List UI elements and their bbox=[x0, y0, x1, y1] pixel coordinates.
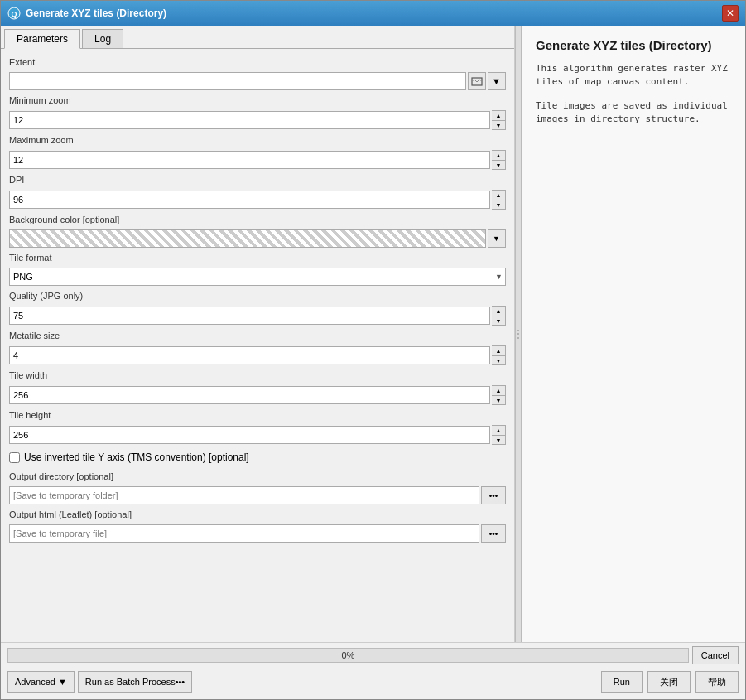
advanced-label: Advanced bbox=[15, 677, 55, 687]
bg-color-dropdown-button[interactable]: ▼ bbox=[488, 229, 506, 248]
tab-parameters[interactable]: Parameters bbox=[4, 29, 80, 49]
map-icon bbox=[471, 75, 483, 87]
right-panel: Generate XYZ tiles (Directory) This algo… bbox=[522, 26, 745, 642]
quality-input[interactable] bbox=[9, 307, 490, 325]
metatile-spinner: ▲ ▼ bbox=[492, 345, 506, 365]
metatile-row: ▲ ▼ bbox=[9, 345, 506, 365]
metatile-down-button[interactable]: ▼ bbox=[492, 355, 505, 364]
tile-width-label: Tile width bbox=[9, 370, 506, 380]
tile-width-down-button[interactable]: ▼ bbox=[492, 395, 505, 404]
bottom-area: 0% Cancel Advanced ▼ Run as Batch Proces… bbox=[1, 642, 745, 699]
tile-height-up-button[interactable]: ▲ bbox=[492, 426, 505, 435]
extent-row: ▼ bbox=[9, 72, 506, 90]
min-zoom-spinner: ▲ ▼ bbox=[492, 110, 506, 130]
tms-checkbox[interactable] bbox=[9, 452, 20, 463]
progress-bar: 0% bbox=[7, 648, 689, 663]
output-dir-browse-button[interactable]: ••• bbox=[481, 486, 506, 504]
tile-height-label: Tile height bbox=[9, 410, 506, 420]
quality-label: Quality (JPG only) bbox=[9, 291, 506, 301]
output-html-label: Output html (Leaflet) [optional] bbox=[9, 509, 506, 519]
output-html-input[interactable] bbox=[9, 524, 479, 543]
tms-label: Use inverted tile Y axis (TMS convention… bbox=[24, 451, 249, 463]
close-window-button[interactable]: ✕ bbox=[722, 5, 739, 22]
tab-log[interactable]: Log bbox=[82, 29, 123, 48]
dpi-spinner: ▲ ▼ bbox=[492, 190, 506, 210]
extent-label: Extent bbox=[9, 57, 506, 67]
panel-divider[interactable] bbox=[515, 26, 522, 642]
tile-width-spinner: ▲ ▼ bbox=[492, 385, 506, 405]
extent-dropdown-button[interactable]: ▼ bbox=[488, 72, 506, 90]
help-button[interactable]: 帮助 bbox=[695, 671, 739, 693]
quality-up-button[interactable]: ▲ bbox=[492, 307, 505, 316]
button-row: Advanced ▼ Run as Batch Process••• Run 关… bbox=[1, 668, 745, 699]
metatile-input[interactable] bbox=[9, 346, 490, 364]
max-zoom-row: ▲ ▼ bbox=[9, 150, 506, 170]
titlebar: Q Generate XYZ tiles (Directory) ✕ bbox=[1, 1, 745, 26]
max-zoom-label: Maximum zoom bbox=[9, 135, 506, 145]
bg-color-swatch[interactable] bbox=[9, 229, 486, 248]
min-zoom-label: Minimum zoom bbox=[9, 95, 506, 105]
quality-row: ▲ ▼ bbox=[9, 306, 506, 326]
max-zoom-up-button[interactable]: ▲ bbox=[492, 151, 505, 160]
chevron-down-icon: ▼ bbox=[492, 76, 501, 86]
max-zoom-down-button[interactable]: ▼ bbox=[492, 160, 505, 169]
dpi-down-button[interactable]: ▼ bbox=[492, 200, 505, 209]
tile-width-up-button[interactable]: ▲ bbox=[492, 386, 505, 395]
close-button[interactable]: 关闭 bbox=[647, 671, 691, 693]
extent-map-button[interactable] bbox=[468, 72, 486, 90]
min-zoom-down-button[interactable]: ▼ bbox=[492, 120, 505, 129]
metatile-label: Metatile size bbox=[9, 331, 506, 340]
tile-width-input[interactable] bbox=[9, 386, 490, 404]
advanced-button[interactable]: Advanced ▼ bbox=[7, 671, 75, 693]
progress-label: 0% bbox=[8, 650, 688, 660]
tile-width-row: ▲ ▼ bbox=[9, 385, 506, 405]
max-zoom-spinner: ▲ ▼ bbox=[492, 150, 506, 170]
batch-process-button[interactable]: Run as Batch Process••• bbox=[78, 671, 192, 693]
metatile-up-button[interactable]: ▲ bbox=[492, 346, 505, 355]
bg-color-label: Background color [optional] bbox=[9, 215, 506, 224]
main-content: Parameters Log Extent ▼ bbox=[1, 26, 745, 642]
help-para2: Tile images are saved as individual imag… bbox=[536, 99, 732, 127]
dpi-label: DPI bbox=[9, 175, 506, 185]
left-buttons: Advanced ▼ Run as Batch Process••• bbox=[7, 671, 192, 693]
max-zoom-input[interactable] bbox=[9, 151, 490, 169]
titlebar-left: Q Generate XYZ tiles (Directory) bbox=[7, 7, 166, 20]
tile-height-row: ▲ ▼ bbox=[9, 425, 506, 445]
tile-height-spinner: ▲ ▼ bbox=[492, 425, 506, 445]
cancel-button[interactable]: Cancel bbox=[692, 646, 739, 664]
tile-format-row: PNG JPG ▼ bbox=[9, 268, 506, 286]
output-dir-input[interactable] bbox=[9, 486, 479, 504]
quality-down-button[interactable]: ▼ bbox=[492, 316, 505, 325]
output-html-browse-button[interactable]: ••• bbox=[481, 524, 506, 543]
window-title: Generate XYZ tiles (Directory) bbox=[26, 7, 166, 19]
tile-format-select-wrapper: PNG JPG ▼ bbox=[9, 268, 506, 286]
help-para1: This algorithm generates raster XYZ tile… bbox=[536, 62, 732, 89]
tile-format-label: Tile format bbox=[9, 253, 506, 263]
tile-height-down-button[interactable]: ▼ bbox=[492, 435, 505, 444]
bg-color-row: ▼ bbox=[9, 229, 506, 248]
form-area: Extent ▼ Minimum zoom bbox=[1, 49, 514, 642]
tile-format-select[interactable]: PNG JPG bbox=[9, 268, 506, 286]
tms-row: Use inverted tile Y axis (TMS convention… bbox=[9, 451, 506, 463]
left-panel: Parameters Log Extent ▼ bbox=[1, 26, 515, 642]
dpi-up-button[interactable]: ▲ bbox=[492, 191, 505, 200]
help-title: Generate XYZ tiles (Directory) bbox=[536, 37, 732, 54]
main-window: Q Generate XYZ tiles (Directory) ✕ Param… bbox=[0, 0, 746, 700]
output-html-row: ••• bbox=[9, 524, 506, 543]
right-buttons: Run 关闭 帮助 bbox=[601, 671, 739, 693]
run-button[interactable]: Run bbox=[601, 671, 643, 693]
min-zoom-row: ▲ ▼ bbox=[9, 110, 506, 130]
dpi-row: ▲ ▼ bbox=[9, 190, 506, 210]
app-icon: Q bbox=[7, 7, 21, 20]
dpi-input[interactable] bbox=[9, 191, 490, 209]
min-zoom-input[interactable] bbox=[9, 111, 490, 129]
tabs-container: Parameters Log bbox=[1, 26, 514, 49]
progress-container: 0% Cancel bbox=[1, 643, 745, 668]
svg-text:Q: Q bbox=[11, 10, 17, 18]
tile-height-input[interactable] bbox=[9, 426, 490, 444]
advanced-dropdown-icon: ▼ bbox=[58, 677, 67, 687]
output-dir-label: Output directory [optional] bbox=[9, 471, 506, 481]
min-zoom-up-button[interactable]: ▲ bbox=[492, 111, 505, 120]
extent-input[interactable] bbox=[9, 72, 466, 90]
quality-spinner: ▲ ▼ bbox=[492, 306, 506, 326]
